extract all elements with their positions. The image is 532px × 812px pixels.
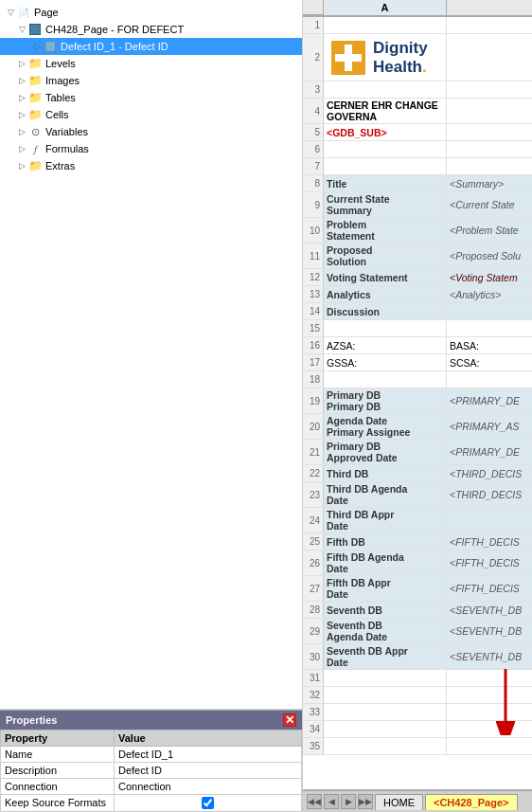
cell-30b[interactable]: <SEVENTH_DB bbox=[447, 644, 532, 669]
expand-defect-icon[interactable]: ▷ bbox=[34, 42, 41, 51]
cell-8a[interactable]: Title bbox=[324, 175, 447, 191]
tree-item-levels[interactable]: ▷ 📁 Levels bbox=[0, 55, 302, 72]
prop-name-value[interactable]: Defect ID_1 bbox=[115, 747, 302, 763]
cell-25b[interactable]: <FIFTH_DECIS bbox=[447, 533, 532, 550]
cell-23b[interactable]: <THIRD_DECIS bbox=[447, 482, 532, 507]
tree-item-defect-id[interactable]: ▷ Defect ID_1 - Defect ID bbox=[0, 38, 302, 55]
cell-35b[interactable] bbox=[447, 738, 532, 754]
cell-3b[interactable] bbox=[447, 81, 532, 98]
properties-close-button[interactable]: ✕ bbox=[283, 713, 296, 727]
cell-16a[interactable]: AZSA: bbox=[324, 337, 447, 353]
cell-35a[interactable] bbox=[324, 738, 447, 754]
grid-body[interactable]: 1 2 Dignity Health. bbox=[303, 17, 532, 789]
cell-28b[interactable]: <SEVENTH_DB bbox=[447, 602, 532, 618]
expand-levels-icon[interactable]: ▷ bbox=[19, 59, 26, 68]
expand-tables-icon[interactable]: ▷ bbox=[19, 93, 26, 102]
expand-formulas-icon[interactable]: ▷ bbox=[19, 144, 26, 153]
cell-23a[interactable]: Third DB Agenda Date bbox=[324, 482, 447, 507]
cell-29b[interactable]: <SEVENTH_DB bbox=[447, 619, 532, 643]
cell-6a[interactable] bbox=[324, 141, 447, 157]
cell-29a[interactable]: Seventh DB Agenda Date bbox=[324, 619, 447, 643]
cell-9b[interactable]: <Current State bbox=[447, 192, 532, 217]
cell-28a[interactable]: Seventh DB bbox=[324, 602, 447, 618]
tree-item-ch428[interactable]: ▽ CH428_Page - FOR DEFECT bbox=[0, 21, 302, 38]
tab-nav-next-button[interactable]: ▶ bbox=[341, 794, 356, 809]
expand-ch428-icon[interactable]: ▽ bbox=[19, 25, 26, 34]
cell-26b[interactable]: <FIFTH_DECIS bbox=[447, 550, 532, 575]
cell-14b[interactable] bbox=[447, 303, 532, 319]
prop-description-value[interactable]: Defect ID bbox=[115, 763, 302, 779]
cell-19a[interactable]: Primary DB Primary DB bbox=[324, 388, 447, 413]
cell-10b[interactable]: <Problem State bbox=[447, 218, 532, 243]
tree-item-extras[interactable]: ▷ 📁 Extras bbox=[0, 157, 302, 174]
cell-7a[interactable] bbox=[324, 158, 447, 174]
cell-27b[interactable]: <FIFTH_DECIS bbox=[447, 576, 532, 601]
cell-30a[interactable]: Seventh DB Appr Date bbox=[324, 644, 447, 669]
cell-33a[interactable] bbox=[324, 704, 447, 720]
cell-15b[interactable] bbox=[447, 320, 532, 336]
cell-20a[interactable]: Agenda Date Primary Assignee bbox=[324, 414, 447, 439]
cell-12b[interactable]: <Voting Statem bbox=[447, 269, 532, 285]
keep-source-checkbox[interactable] bbox=[202, 797, 214, 809]
cell-15a[interactable] bbox=[324, 320, 447, 336]
cell-16b[interactable]: BASA: bbox=[447, 337, 532, 353]
cell-17a[interactable]: GSSA: bbox=[324, 354, 447, 370]
cell-8b[interactable]: <Summary> bbox=[447, 175, 532, 191]
cell-4a[interactable]: CERNER EHR CHANGE GOVERNA bbox=[324, 99, 447, 123]
cell-3a[interactable] bbox=[324, 81, 447, 98]
cell-34b[interactable] bbox=[447, 721, 532, 737]
tree-item-formulas[interactable]: ▷ 𝑓 Formulas bbox=[0, 140, 302, 157]
cell-10a[interactable]: Problem Statement bbox=[324, 218, 447, 243]
cell-17b[interactable]: SCSA: bbox=[447, 354, 532, 370]
tree-item-page[interactable]: ▽ 📄 Page bbox=[0, 4, 302, 21]
expand-extras-icon[interactable]: ▷ bbox=[19, 161, 26, 171]
tab-nav-prev-button[interactable]: ◀ bbox=[324, 794, 339, 809]
cell-31b[interactable] bbox=[447, 670, 532, 686]
cell-6b[interactable] bbox=[447, 141, 532, 157]
cell-11b[interactable]: <Proposed Solu bbox=[447, 244, 532, 268]
cell-5b[interactable] bbox=[447, 124, 532, 140]
cell-18a[interactable] bbox=[324, 371, 447, 388]
cell-21b[interactable]: <PRIMARY_DE bbox=[447, 440, 532, 464]
cell-33b[interactable] bbox=[447, 704, 532, 720]
cell-11a[interactable]: Proposed Solution bbox=[324, 244, 447, 268]
tab-nav-last-button[interactable]: ▶▶ bbox=[358, 794, 373, 809]
cell-14a[interactable]: Discussion bbox=[324, 303, 447, 319]
cell-19b[interactable]: <PRIMARY_DE bbox=[447, 388, 532, 413]
cell-4b[interactable] bbox=[447, 99, 532, 123]
cell-34a[interactable] bbox=[324, 721, 447, 737]
cell-24a[interactable]: Third DB Appr Date bbox=[324, 508, 447, 532]
cell-32a[interactable] bbox=[324, 687, 447, 703]
cell-12a[interactable]: Voting Statement bbox=[324, 269, 447, 285]
sheet-tab-ch428[interactable]: <CH428_Page> bbox=[425, 794, 518, 810]
cell-32b[interactable] bbox=[447, 687, 532, 703]
cell-27a[interactable]: Fifth DB Appr Date bbox=[324, 576, 447, 601]
cell-22b[interactable]: <THIRD_DECIS bbox=[447, 465, 532, 481]
cell-22a[interactable]: Third DB bbox=[324, 465, 447, 481]
expand-images-icon[interactable]: ▷ bbox=[19, 76, 26, 85]
cell-13a[interactable]: Analytics bbox=[324, 286, 447, 302]
tab-nav-first-button[interactable]: ◀◀ bbox=[307, 794, 322, 809]
cell-20b[interactable]: <PRIMARY_AS bbox=[447, 414, 532, 439]
expand-variables-icon[interactable]: ▷ bbox=[19, 127, 26, 136]
cell-25a[interactable]: Fifth DB bbox=[324, 533, 447, 550]
cell-24b[interactable] bbox=[447, 508, 532, 532]
cell-9a[interactable]: Current State Summary bbox=[324, 192, 447, 217]
cell-1a[interactable] bbox=[324, 17, 447, 33]
cell-7b[interactable] bbox=[447, 158, 532, 174]
tree-item-variables[interactable]: ▷ ⊙ Variables bbox=[0, 123, 302, 140]
cell-13b[interactable]: <Analytics> bbox=[447, 286, 532, 302]
tree-item-images[interactable]: ▷ 📁 Images bbox=[0, 72, 302, 89]
expand-cells-icon[interactable]: ▷ bbox=[19, 110, 26, 119]
cell-18b[interactable] bbox=[447, 371, 532, 388]
tree-item-cells[interactable]: ▷ 📁 Cells bbox=[0, 106, 302, 123]
prop-connection-value[interactable]: Connection bbox=[115, 779, 302, 795]
cell-21a[interactable]: Primary DB Approved Date bbox=[324, 440, 447, 464]
cell-26a[interactable]: Fifth DB Agenda Date bbox=[324, 550, 447, 575]
sheet-tab-home[interactable]: HOME bbox=[375, 794, 423, 810]
cell-31a[interactable] bbox=[324, 670, 447, 686]
tree-item-tables[interactable]: ▷ 📁 Tables bbox=[0, 89, 302, 106]
cell-2b[interactable] bbox=[447, 34, 532, 81]
expand-page-icon[interactable]: ▽ bbox=[8, 8, 14, 17]
cell-5a[interactable]: <GDB_SUB> bbox=[324, 124, 447, 140]
